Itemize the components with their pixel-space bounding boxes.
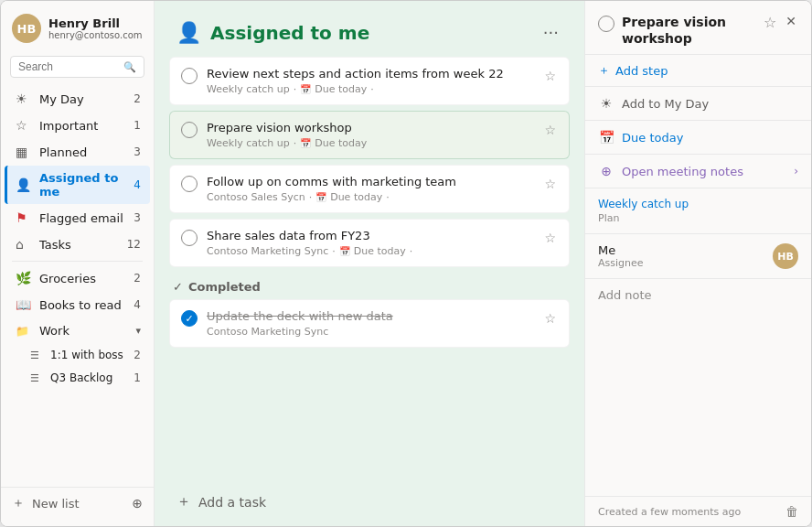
sidebar-item-label: Books to read <box>39 298 126 312</box>
sidebar-item-badge: 1 <box>126 119 141 132</box>
plan-name[interactable]: Weekly catch up <box>598 198 798 210</box>
completed-toggle[interactable]: ✓ Completed <box>169 274 570 299</box>
task-row[interactable]: Follow up on comms with marketing team C… <box>169 165 570 213</box>
task-meta: Contoso Marketing Sync <box>207 326 533 338</box>
task-content: Prepare vision workshop Weekly catch up … <box>207 121 533 149</box>
chevron-down-icon: ✓ <box>173 280 183 294</box>
list-icon: ☰ <box>30 350 45 361</box>
open-meeting-notes-button[interactable]: ⊕ Open meeting notes › <box>585 155 811 188</box>
nav-divider <box>12 261 143 262</box>
task-row[interactable]: Prepare vision workshop Weekly catch up … <box>169 111 570 159</box>
task-due: Due today <box>330 191 382 203</box>
calendar-icon: 📅 <box>315 192 326 202</box>
star-icon: ☆ <box>16 118 32 133</box>
task-meta: Weekly catch up · 📅 Due today · <box>207 83 533 95</box>
meta-dot: · <box>332 245 336 257</box>
task-row[interactable]: Review next steps and action items from … <box>169 57 570 105</box>
sidebar-item-q3-backlog[interactable]: ☰ Q3 Backlog 1 <box>5 367 150 389</box>
home-icon: ⌂ <box>16 237 32 252</box>
task-content: Follow up on comms with marketing team C… <box>207 175 533 203</box>
new-list-button[interactable]: ＋ New list ⊕ <box>1 487 154 519</box>
add-to-my-day-button[interactable]: ☀ Add to My Day <box>585 87 811 121</box>
sidebar-nav: ☀ My Day 2 ☆ Important 1 ▦ Planned 3 👤 A… <box>1 85 154 483</box>
profile-email: henry@contoso.com <box>48 30 143 40</box>
sidebar-item-important[interactable]: ☆ Important 1 <box>5 113 150 138</box>
sidebar-item-my-day[interactable]: ☀ My Day 2 <box>5 86 150 112</box>
sidebar-item-1-1-with-boss[interactable]: ☰ 1:1 with boss 2 <box>5 344 150 366</box>
close-button[interactable]: ✕ <box>784 14 798 28</box>
add-note-field[interactable]: Add note <box>585 279 811 496</box>
search-input[interactable] <box>18 60 120 73</box>
assignee-section: Me Assignee HB <box>585 234 811 279</box>
sidebar-item-label: My Day <box>39 92 126 106</box>
task-checkbox[interactable] <box>181 122 198 138</box>
sub-item-label: 1:1 with boss <box>50 349 134 361</box>
task-star-button[interactable]: ☆ <box>542 175 558 193</box>
sidebar-item-label: Tasks <box>39 238 126 252</box>
meta-dot: · <box>386 191 390 203</box>
task-content: Update the deck with new data Contoso Ma… <box>207 309 533 338</box>
panel-task-title: Prepare vision workshop <box>622 14 756 47</box>
sun-icon: ☀ <box>598 96 614 111</box>
sub-item-badge: 2 <box>134 349 141 361</box>
calendar-grid-icon: ▦ <box>16 145 32 159</box>
sidebar-item-books-to-read[interactable]: 📖 Books to read 4 <box>5 292 150 317</box>
avatar: HB <box>12 14 41 43</box>
task-source: Weekly catch up <box>207 137 290 149</box>
task-checkbox[interactable] <box>181 230 198 246</box>
sidebar-item-badge: 4 <box>126 178 141 191</box>
delete-button[interactable]: 🗑 <box>785 504 798 519</box>
calendar-icon: 📅 <box>339 246 350 256</box>
sidebar-item-label: Groceries <box>39 272 126 285</box>
sidebar-item-assigned-to-me[interactable]: 👤 Assigned to me 4 <box>5 166 150 204</box>
due-today-button[interactable]: 📅 Due today <box>585 121 811 155</box>
task-checkbox[interactable] <box>181 176 198 192</box>
more-options-button[interactable]: ··· <box>540 19 562 46</box>
search-icon: 🔍 <box>123 61 136 73</box>
task-star-button[interactable]: ☆ <box>542 309 558 328</box>
task-star-button[interactable]: ☆ <box>542 229 558 247</box>
search-box[interactable]: 🔍 <box>10 56 144 78</box>
meta-dot: · <box>294 83 297 95</box>
task-star-button[interactable]: ☆ <box>542 67 558 85</box>
new-list-label: New list <box>32 497 132 511</box>
task-title: Prepare vision workshop <box>207 121 533 134</box>
open-meeting-notes-label: Open meeting notes <box>622 165 743 178</box>
task-title: Follow up on comms with marketing team <box>207 175 533 188</box>
sidebar-item-badge: 3 <box>126 211 141 224</box>
panel-title-area: Prepare vision workshop <box>622 14 756 47</box>
meta-dot: · <box>370 83 374 95</box>
chevron-right-icon: › <box>794 165 798 177</box>
task-row[interactable]: Share sales data from FY23 Contoso Marke… <box>169 219 570 267</box>
list-icon: ☰ <box>30 372 45 384</box>
sidebar-item-groceries[interactable]: 🌿 Groceries 2 <box>5 265 150 291</box>
sidebar-item-tasks[interactable]: ⌂ Tasks 12 <box>5 231 150 257</box>
panel-star-button[interactable]: ☆ <box>764 14 776 31</box>
task-checkbox-completed[interactable]: ✓ <box>181 310 198 327</box>
task-checkbox[interactable] <box>181 68 198 84</box>
sidebar-item-planned[interactable]: ▦ Planned 3 <box>5 139 150 165</box>
panel-task-checkbox[interactable] <box>598 16 614 32</box>
task-row[interactable]: ✓ Update the deck with new data Contoso … <box>169 299 570 348</box>
add-step-button[interactable]: ＋ Add step <box>585 55 811 87</box>
sidebar-item-work[interactable]: 📁 Work ▾ <box>5 318 150 343</box>
task-title: Review next steps and action items from … <box>207 67 533 81</box>
plus-icon: ＋ <box>12 495 25 511</box>
page-title: Assigned to me <box>210 22 530 44</box>
sidebar-item-badge: 2 <box>126 272 141 285</box>
task-due: Due today <box>354 245 406 257</box>
meta-dot: · <box>410 245 413 257</box>
task-content: Review next steps and action items from … <box>207 67 533 95</box>
add-task-button[interactable]: ＋ Add a task <box>155 481 584 526</box>
completed-label: Completed <box>188 280 261 294</box>
task-title: Update the deck with new data <box>207 309 533 323</box>
add-note-placeholder: Add note <box>598 288 652 302</box>
assigned-to-me-icon: 👤 <box>176 21 201 44</box>
sidebar-item-flagged-email[interactable]: ⚑ Flagged email 3 <box>5 205 150 231</box>
right-panel: Prepare vision workshop ☆ ✕ ＋ Add step ☀… <box>584 1 811 526</box>
add-to-my-day-label: Add to My Day <box>622 97 709 111</box>
task-star-button[interactable]: ☆ <box>542 121 558 139</box>
profile-section: HB Henry Brill henry@contoso.com <box>1 1 154 52</box>
folder-icon: 📁 <box>16 325 32 338</box>
assignee-label: Assignee <box>598 257 773 269</box>
